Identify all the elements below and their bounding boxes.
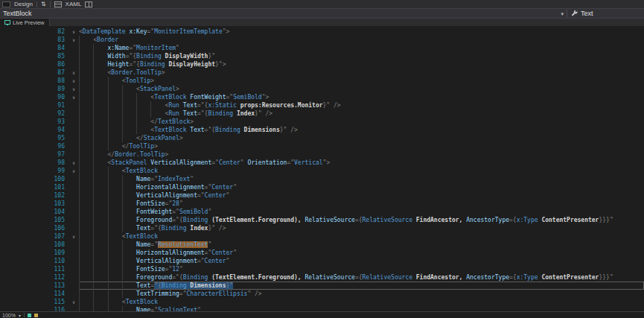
code-line[interactable]: 107∨<TextBlock	[0, 232, 644, 241]
fold-toggle-icon[interactable]: ∨	[68, 69, 79, 77]
code-line[interactable]: 85Width="{Binding DisplayWidth}"	[0, 52, 644, 60]
line-content[interactable]: </TextBlock>	[79, 118, 644, 126]
code-line[interactable]: 96</ToolTip>	[0, 142, 644, 150]
code-line[interactable]: 105Foreground="{Binding (TextElement.For…	[0, 216, 644, 224]
swap-panes-icon[interactable]: ⇅	[41, 1, 46, 7]
live-preview-tab[interactable]: Live Preview	[0, 19, 50, 26]
code-line[interactable]: 83∨<Border	[0, 36, 644, 44]
line-content[interactable]: Name="ScalingText"	[79, 306, 644, 311]
code-line[interactable]: 97</Border.ToolTip>	[0, 150, 644, 159]
code-line[interactable]: 100Name="IndexText"	[0, 175, 644, 183]
line-content[interactable]: <StackPanel>	[79, 85, 644, 93]
indent-guides	[79, 282, 136, 290]
line-content[interactable]: TextTrimming="CharacterEllipsis" />	[79, 290, 644, 298]
code-line[interactable]: 103FontSize="28"	[0, 200, 644, 208]
line-content[interactable]: HorizontalAlignment="Center"	[79, 183, 644, 191]
code-line[interactable]: 88∨<ToolTip>	[0, 77, 644, 85]
line-content[interactable]: Foreground="{Binding (TextElement.Foregr…	[79, 216, 644, 224]
line-content[interactable]: FontSize="12"	[79, 265, 644, 273]
line-content[interactable]: <Run Text="{x:Static props:Resources.Mon…	[79, 101, 644, 109]
code-line[interactable]: 89∨<StackPanel>	[0, 85, 644, 93]
fold-toggle-icon[interactable]: ∨	[68, 167, 79, 175]
line-content[interactable]: VerticalAlignment="Center"	[79, 257, 644, 265]
code-line[interactable]: 95</StackPanel>	[0, 134, 644, 142]
xaml-editor-window: Design ⇅ XAML TextBlock ▾ Text Live Prev…	[0, 0, 644, 318]
line-content[interactable]: Width="{Binding DisplayWidth}"	[79, 52, 644, 60]
line-content[interactable]: <Run Text="{Binding Index}" />	[79, 109, 644, 118]
code-line[interactable]: 110VerticalAlignment="Center"	[0, 257, 644, 265]
line-content[interactable]: </Border.ToolTip>	[79, 150, 644, 159]
code-line[interactable]: 91<Run Text="{x:Static props:Resources.M…	[0, 101, 644, 109]
code-line[interactable]: 106Text="{Binding Index}" />	[0, 224, 644, 232]
code-line[interactable]: 87∨<Border.ToolTip>	[0, 69, 644, 77]
line-content[interactable]: <Border	[79, 36, 644, 44]
code-line[interactable]: 94<TextBlock Text="{Binding Dimensions}"…	[0, 126, 644, 134]
fold-toggle-icon[interactable]: ∨	[68, 232, 79, 241]
code-line[interactable]: 98∨<StackPanel VerticalAlignment="Center…	[0, 159, 644, 167]
fold-toggle-icon[interactable]: ∨	[68, 77, 79, 85]
line-content[interactable]: <Border.ToolTip>	[79, 69, 644, 77]
fold-toggle-icon[interactable]: ∨	[68, 85, 79, 93]
line-content[interactable]: <TextBlock FontWeight="SemiBold">	[79, 93, 644, 101]
code-line[interactable]: 109HorizontalAlignment="Center"	[0, 249, 644, 257]
line-content[interactable]: VerticalAlignment="Center"	[79, 191, 644, 200]
property-quick-edit[interactable]: Text	[567, 10, 641, 17]
fold-toggle-icon[interactable]: ∨	[68, 36, 79, 44]
code-line[interactable]: 93</TextBlock>	[0, 118, 644, 126]
code-line[interactable]: 116Name="ScalingText"	[0, 306, 644, 311]
fold-toggle-icon[interactable]: ∨	[68, 298, 79, 306]
code-line[interactable]: 90∨<TextBlock FontWeight="SemiBold">	[0, 93, 644, 101]
code-line[interactable]: 112Foreground="{Binding (TextElement.For…	[0, 273, 644, 282]
code-line[interactable]: 86Height="{Binding DisplayHeight}">	[0, 60, 644, 69]
line-content[interactable]: FontSize="28"	[79, 200, 644, 208]
code-line[interactable]: 92<Run Text="{Binding Index}" />	[0, 109, 644, 118]
xaml-tab[interactable]: XAML	[66, 1, 82, 7]
chevron-down-icon[interactable]: ▾	[561, 11, 564, 16]
code-line[interactable]: 114TextTrimming="CharacterEllipsis" />	[0, 290, 644, 298]
zoom-level[interactable]: 100%	[2, 313, 16, 318]
code-line[interactable]: 99∨<TextBlock	[0, 167, 644, 175]
code-line[interactable]: 108Name="ResolutionText"	[0, 241, 644, 249]
line-content[interactable]: <DataTemplate x:Key="MonitorItemTemplate…	[79, 28, 644, 36]
line-content[interactable]: Text="{Binding Index}" />	[79, 224, 644, 232]
line-content[interactable]: Name="ResolutionText"	[79, 241, 644, 249]
zoom-dropdown-icon[interactable]: ▾	[19, 313, 21, 318]
syntax-token: Text	[183, 110, 197, 117]
warning-indicator-icon[interactable]	[34, 314, 38, 317]
line-content[interactable]: Text="{Binding Dimensions}"	[79, 282, 644, 290]
design-tab[interactable]: Design	[14, 1, 33, 7]
line-content[interactable]: Name="IndexText"	[79, 175, 644, 183]
code-line[interactable]: 102VerticalAlignment="Center"	[0, 191, 644, 200]
line-content[interactable]: x:Name="MonitorItem"	[79, 44, 644, 52]
line-content[interactable]: <StackPanel VerticalAlignment="Center" O…	[79, 159, 644, 167]
code-line[interactable]: 111FontSize="12"	[0, 265, 644, 273]
split-view-icon[interactable]	[85, 1, 92, 7]
line-number: 112	[0, 273, 68, 282]
line-content[interactable]: FontWeight="SemiBold"	[79, 208, 644, 216]
fold-toggle-icon[interactable]: ∨	[68, 159, 79, 167]
line-content[interactable]: HorizontalAlignment="Center"	[79, 249, 644, 257]
line-content[interactable]: <TextBlock Text="{Binding Dimensions}" /…	[79, 126, 644, 134]
code-line[interactable]: 113Text="{Binding Dimensions}"	[0, 282, 644, 290]
fold-toggle-icon[interactable]: ∨	[68, 28, 79, 36]
line-content[interactable]: Height="{Binding DisplayHeight}">	[79, 60, 644, 69]
code-line[interactable]: 101HorizontalAlignment="Center"	[0, 183, 644, 191]
xaml-code-editor[interactable]: 82∨<DataTemplate x:Key="MonitorItemTempl…	[0, 26, 644, 311]
syntax-token: ="	[129, 45, 136, 51]
element-selector[interactable]: TextBlock ▾	[3, 10, 564, 17]
code-line[interactable]: 115∨<TextBlock	[0, 298, 644, 306]
code-line[interactable]: 104FontWeight="SemiBold"	[0, 208, 644, 216]
syntax-token: ={	[355, 217, 363, 223]
code-line[interactable]: 82∨<DataTemplate x:Key="MonitorItemTempl…	[0, 28, 644, 36]
line-content[interactable]: <TextBlock	[79, 167, 644, 175]
code-line[interactable]: 84x:Name="MonitorItem"	[0, 44, 644, 52]
line-content[interactable]: <TextBlock	[79, 232, 644, 241]
line-content[interactable]: Foreground="{Binding (TextElement.Foregr…	[79, 273, 644, 282]
line-content[interactable]: </StackPanel>	[79, 134, 644, 142]
line-content[interactable]: <ToolTip>	[79, 77, 644, 85]
health-indicator-icon[interactable]	[28, 314, 31, 317]
syntax-token: ="{	[197, 110, 208, 117]
fold-toggle-icon[interactable]: ∨	[68, 93, 79, 101]
line-content[interactable]: <TextBlock	[79, 298, 644, 306]
line-content[interactable]: </ToolTip>	[79, 142, 644, 150]
